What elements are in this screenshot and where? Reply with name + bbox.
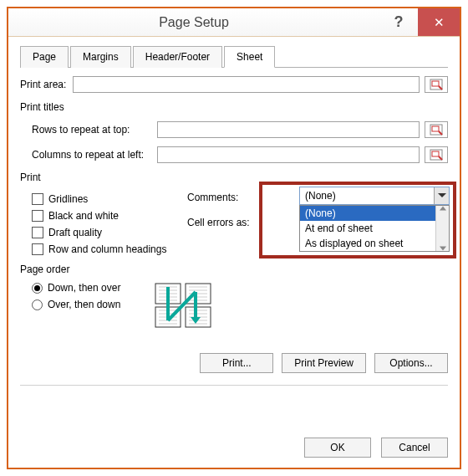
comments-option-none[interactable]: (None) — [300, 206, 449, 221]
tab-sheet[interactable]: Sheet — [224, 46, 275, 68]
checkbox-rowcol[interactable] — [32, 243, 43, 255]
cols-repeat-input[interactable] — [157, 146, 420, 163]
tab-page[interactable]: Page — [20, 46, 69, 68]
label-gridlines: Gridlines — [48, 193, 88, 205]
print-area-input[interactable] — [73, 76, 420, 93]
label-rowcol: Row and column headings — [48, 243, 166, 255]
label-print-titles: Print titles — [20, 101, 448, 113]
checkbox-draft[interactable] — [32, 227, 43, 238]
checkbox-bw[interactable] — [32, 210, 43, 222]
comments-select-value: (None) — [305, 190, 336, 202]
label-draft: Draft quality — [48, 227, 102, 238]
page-order-illustration — [154, 282, 214, 333]
comments-select[interactable]: (None) — [299, 187, 450, 205]
comments-dropdown: (None) At end of sheet As displayed on s… — [299, 205, 450, 252]
label-rows-repeat: Rows to repeat at top: — [32, 124, 157, 136]
label-print: Print — [20, 171, 448, 183]
range-picker-rows[interactable] — [425, 121, 448, 138]
radio-over-down[interactable] — [32, 299, 43, 310]
label-print-area: Print area: — [20, 79, 66, 90]
print-button[interactable]: Print... — [200, 353, 273, 373]
dialog-body: Page Margins Header/Footer Sheet Print a… — [8, 37, 460, 396]
help-button[interactable]: ? — [379, 8, 418, 36]
close-button[interactable]: ✕ — [418, 8, 460, 36]
page-setup-dialog: Page Setup ? ✕ Page Margins Header/Foote… — [7, 7, 461, 469]
tab-headerfooter[interactable]: Header/Footer — [133, 46, 222, 68]
print-preview-button[interactable]: Print Preview — [282, 353, 366, 373]
tabs: Page Margins Header/Footer Sheet — [20, 45, 448, 68]
titlebar: Page Setup ? ✕ — [8, 8, 460, 37]
label-cols-repeat: Columns to repeat at left: — [32, 149, 157, 161]
label-page-order: Page order — [20, 264, 448, 275]
tab-margins[interactable]: Margins — [70, 46, 131, 68]
divider — [20, 385, 448, 386]
checkbox-gridlines[interactable] — [32, 193, 43, 205]
range-picker-cols[interactable] — [425, 146, 448, 163]
range-picker-print-area[interactable] — [425, 76, 448, 93]
ok-button[interactable]: OK — [304, 438, 371, 458]
label-over-down: Over, then down — [48, 299, 120, 310]
cancel-button[interactable]: Cancel — [381, 438, 448, 458]
label-down-over: Down, then over — [48, 282, 120, 294]
label-bw: Black and white — [48, 210, 119, 222]
dropdown-scrollbar[interactable] — [435, 206, 449, 251]
label-cellerrors: Cell errors as: — [187, 217, 250, 228]
rows-repeat-input[interactable] — [157, 121, 420, 138]
comments-option-displayed[interactable]: As displayed on sheet — [300, 236, 449, 251]
options-button[interactable]: Options... — [374, 353, 448, 373]
label-comments: Comments: — [187, 192, 238, 203]
window-title: Page Setup — [8, 8, 379, 36]
chevron-down-icon — [434, 187, 449, 204]
comments-option-end[interactable]: At end of sheet — [300, 221, 449, 236]
radio-down-over[interactable] — [32, 283, 43, 294]
